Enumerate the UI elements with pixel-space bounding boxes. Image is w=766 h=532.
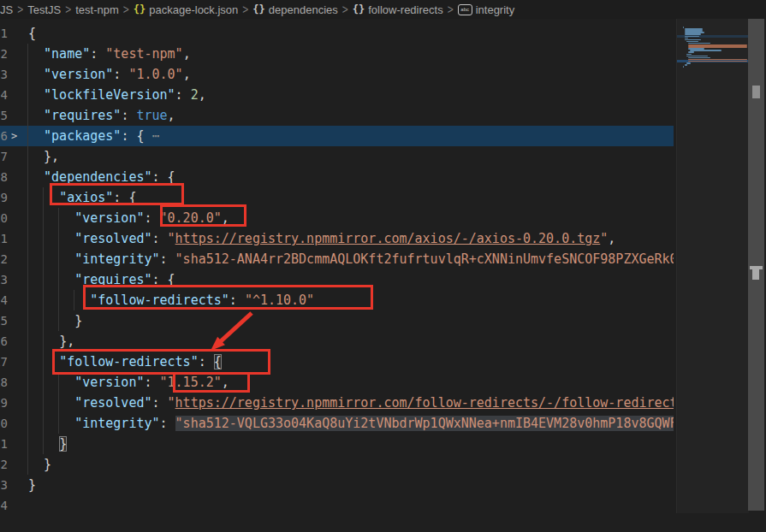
minimap[interactable]	[676, 19, 749, 513]
token-str: "sha512-ANA4rr2BDcmmAQLOKft2fufrtuvlqR+c…	[175, 251, 674, 267]
code-text: "integrity": "sha512-VQLG33o04KaQ8uYi2tV…	[28, 413, 674, 434]
code-line-16[interactable]: 16 },	[0, 331, 674, 352]
token-punc: {	[168, 272, 175, 287]
line-number: 3	[0, 64, 8, 85]
code-line-2[interactable]: 2 "name": "test-npm",	[0, 44, 674, 64]
breadcrumb-item-js[interactable]: JS	[0, 3, 13, 16]
line-number: 17	[0, 352, 8, 372]
code-line-7[interactable]: 7 },	[0, 146, 674, 167]
line-number: 11	[0, 228, 8, 249]
token-key: "lockfileVersion"	[44, 87, 175, 103]
line-number: 14	[0, 290, 8, 310]
code-text: "requires": {	[28, 269, 175, 290]
code-line-14[interactable]: 14 "follow-redirects": "^1.10.0"	[0, 290, 674, 310]
line-number: 9	[0, 187, 8, 208]
token-punc: :	[144, 210, 159, 226]
code-line-4[interactable]: 4 "lockfileVersion": 2,	[0, 85, 674, 105]
token-punc: {	[28, 26, 36, 41]
token-str: "1.15.2"	[160, 375, 222, 390]
line-number: 8	[0, 167, 8, 187]
code-line-12[interactable]: 12 "integrity": "sha512-ANA4rr2BDcmmAQLO…	[0, 249, 674, 269]
token-key: "requires"	[44, 108, 121, 123]
token-key: "version"	[74, 375, 144, 390]
token-link[interactable]: https://registry.npmmirror.com/axios/-/a…	[175, 231, 601, 246]
breadcrumb-label: dependencies	[269, 3, 338, 16]
token-punc: :	[229, 293, 245, 308]
token-punc: ,	[222, 210, 229, 226]
code-line-20[interactable]: 20 "integrity": "sha512-VQLG33o04KaQ8uYi…	[0, 413, 674, 434]
code-line-15[interactable]: 15 }	[0, 310, 674, 331]
minimap-line	[686, 54, 692, 56]
breadcrumb-item-test-npm[interactable]: test-npm	[75, 3, 119, 16]
code-line-13[interactable]: 13 "requires": {	[0, 269, 674, 290]
breadcrumb-item-testjs[interactable]: TestJS	[27, 3, 61, 16]
line-number: 16	[0, 331, 8, 352]
chevron-right-separator: >	[17, 2, 23, 17]
code-line-9[interactable]: 9 "axios": {	[0, 187, 674, 208]
code-line-11[interactable]: 11 "resolved": "https://registry.npmmirr…	[0, 228, 674, 249]
code-line-18[interactable]: 18 "version": "1.15.2",	[0, 372, 674, 393]
token-key: "requires"	[74, 272, 151, 287]
code-line-3[interactable]: 3 "version": "1.0.0",	[0, 64, 674, 85]
breadcrumb-item-integrity[interactable]: abcintegrity	[458, 3, 515, 16]
chevron-right-separator: >	[65, 2, 71, 17]
token-punc: :	[121, 108, 136, 123]
code-line-19[interactable]: 19 "resolved": "https://registry.npmmirr…	[0, 393, 674, 413]
token-punc: :	[160, 251, 175, 267]
token-key: "integrity"	[74, 251, 159, 267]
code-line-10[interactable]: 10 "version": "0.20.0",	[0, 208, 674, 228]
token-punc: }	[44, 457, 51, 472]
editor-pane[interactable]: 1{2 "name": "test-npm",3 "version": "1.0…	[0, 19, 749, 532]
token-punc: :	[144, 375, 159, 390]
token-brkt: {	[214, 354, 222, 369]
token-punc: },	[44, 149, 59, 164]
object-symbol-icon: {}	[252, 3, 264, 15]
token-punc: ,	[168, 108, 175, 123]
token-punc: :	[199, 354, 214, 369]
token-link[interactable]: https://registry.npmmirror.com/follow-re…	[175, 395, 674, 411]
chevron-right-separator: >	[242, 2, 248, 17]
line-number: 1	[0, 23, 8, 44]
token-str: "0.20.0"	[160, 210, 222, 226]
line-number: 6	[0, 126, 8, 146]
token-str: "	[600, 231, 608, 246]
breadcrumb-item-follow-redirects[interactable]: {}follow-redirects	[353, 3, 443, 16]
token-punc: :	[152, 231, 168, 246]
fold-chevron-icon[interactable]: >	[11, 126, 17, 146]
token-brkt: }	[59, 436, 67, 452]
token-punc: {	[128, 190, 136, 205]
token-key: "resolved"	[74, 395, 151, 411]
scrollbar-thumb[interactable]	[752, 86, 760, 98]
code-text: },	[28, 146, 59, 167]
token-punc: :	[175, 87, 191, 103]
code-line-23[interactable]: 23}	[0, 475, 674, 495]
code-line-22[interactable]: 22 }	[0, 454, 674, 475]
code-text: "requires": true,	[28, 105, 175, 126]
code-line-21[interactable]: 21 }	[0, 434, 674, 454]
drag-handle-stem[interactable]	[752, 269, 759, 280]
code-line-5[interactable]: 5 "requires": true,	[0, 105, 674, 126]
code-line-6[interactable]: 6> "packages": { ⋯	[0, 126, 674, 146]
token-key: "packages"	[44, 128, 121, 144]
token-key: "axios"	[59, 190, 113, 205]
token-str: "	[168, 231, 175, 246]
breadcrumb-label: TestJS	[27, 3, 61, 16]
breadcrumb-item-package-lock-json[interactable]: {}package-lock.json	[134, 3, 239, 16]
code-line-8[interactable]: 8 "dependencies": {	[0, 167, 674, 187]
vertical-scrollbar[interactable]	[748, 19, 764, 511]
code-line-1[interactable]: 1{	[0, 23, 674, 44]
breadcrumb-item-dependencies[interactable]: {}dependencies	[252, 3, 337, 16]
line-number: 5	[0, 105, 8, 126]
string-symbol-icon: abc	[458, 4, 472, 15]
code-line-24[interactable]: 24	[0, 495, 674, 516]
token-punc: ,	[608, 231, 615, 246]
breadcrumb: JS>TestJS>test-npm>{}package-lock.json>{…	[0, 0, 766, 19]
code-text: "version": "0.20.0",	[28, 208, 229, 228]
breadcrumb-label: test-npm	[75, 3, 119, 16]
token-punc: :	[160, 416, 175, 431]
token-punc: {	[168, 169, 175, 185]
code-line-17[interactable]: 17 "follow-redirects": {	[0, 352, 674, 372]
token-punc: :	[152, 395, 168, 411]
token-str: "test-npm"	[105, 46, 182, 62]
code-text: {	[28, 23, 36, 44]
